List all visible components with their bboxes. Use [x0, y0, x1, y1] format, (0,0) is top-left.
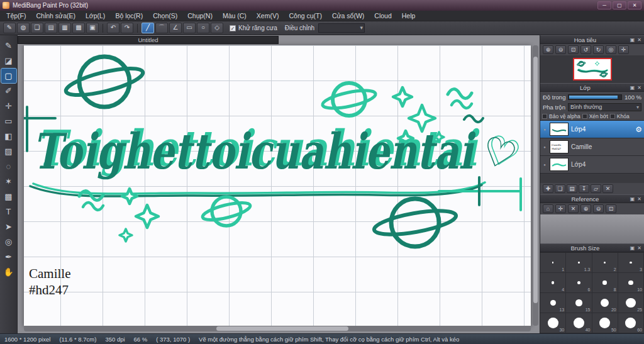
brush-size-cell[interactable]: 30 [540, 313, 566, 333]
layer-row[interactable]: ● Camille#hd247 Camille [540, 138, 644, 156]
reference-preview-area[interactable] [540, 214, 644, 243]
horizontal-scrollbar[interactable] [24, 326, 531, 331]
bucket-tool[interactable]: ◧ [1, 129, 16, 143]
dock-icon[interactable]: ▣ [630, 196, 635, 202]
brush-size-cell[interactable]: 25 [618, 293, 644, 313]
brush-size-cell[interactable]: 2 [592, 253, 618, 273]
adjust-dropdown[interactable]: ▾ [318, 23, 365, 33]
menu-file[interactable]: Tệp(F) [1, 12, 31, 19]
close-icon[interactable]: ✕ [637, 85, 641, 91]
canvas[interactable]: Toighettoicuahientai Toighettoicuahienta… [24, 45, 531, 326]
zoom-fit-button[interactable]: ⊡ [568, 45, 579, 54]
visibility-icon[interactable]: ● [542, 145, 547, 149]
move-layer-down-button[interactable]: ↧ [579, 184, 589, 193]
brush-size-cell[interactable]: 1.3 [566, 253, 592, 273]
brush-size-cell[interactable]: 6 [566, 273, 592, 293]
layer-row[interactable]: ● Lớp4 [540, 156, 644, 174]
dock-icon[interactable]: ▣ [630, 85, 635, 91]
vertical-scroll-thumb[interactable] [533, 57, 538, 303]
reference-clear-button[interactable]: ✕ [568, 204, 579, 213]
menu-layer[interactable]: Lớp(L) [80, 12, 110, 19]
horizontal-scroll-thumb[interactable] [216, 326, 348, 331]
export-button[interactable]: ◍ [17, 23, 30, 33]
pen-tool[interactable]: ✐ [1, 84, 16, 98]
rect-shape-button[interactable]: ▭ [183, 23, 196, 33]
crosshair-button[interactable]: ✛ [618, 45, 629, 54]
maximize-button[interactable]: ▢ [613, 1, 626, 9]
polygon-shape-button[interactable]: ◇ [211, 23, 223, 33]
menu-view[interactable]: Xem(V) [252, 12, 284, 19]
close-button[interactable]: ✕ [628, 1, 641, 9]
magic-wand-tool[interactable]: ✶ [1, 174, 16, 189]
merge-layer-button[interactable]: ▤ [567, 184, 577, 193]
curve-shape-button[interactable]: ⌒ [155, 23, 168, 33]
menu-tools[interactable]: Công cụ(T) [284, 12, 327, 19]
menu-edit[interactable]: Chỉnh sửa(E) [31, 12, 80, 19]
move-tool[interactable]: ✛ [1, 99, 16, 113]
reference-zoom-fit-button[interactable]: ⊡ [606, 204, 616, 213]
shape-select-tool[interactable]: ▭ [1, 114, 16, 128]
layer-folder-button[interactable]: ▱ [591, 184, 601, 193]
pointer-tool[interactable]: ➤ [1, 219, 16, 234]
clipping-checkbox[interactable] [582, 114, 587, 119]
grid-button[interactable]: ▩ [72, 23, 85, 33]
eraser-tool[interactable]: ◪ [1, 53, 16, 68]
zoom-tool[interactable]: ◎ [1, 235, 16, 249]
hand-tool[interactable]: ✋ [1, 265, 16, 279]
reset-view-button[interactable]: ◎ [606, 45, 616, 54]
brush-size-cell[interactable]: 40 [566, 313, 592, 333]
navigator-preview[interactable] [573, 58, 612, 80]
menu-color[interactable]: Màu (C) [218, 12, 252, 19]
reference-zoom-in-button[interactable]: ⊕ [580, 204, 591, 213]
undo-button[interactable]: ↶ [107, 23, 119, 33]
document-button[interactable]: ▦ [58, 23, 71, 33]
pattern-tool[interactable]: ▩ [1, 189, 16, 204]
minimize-button[interactable]: ─ [597, 1, 611, 9]
brush-size-panel-header[interactable]: Brush Size ▣ ✕ [540, 243, 644, 252]
layer-row[interactable]: ● Lớp4 ⚙ [540, 121, 644, 138]
polyline-shape-button[interactable]: ∠ [169, 23, 182, 33]
brush-size-cell[interactable]: 4 [540, 273, 566, 293]
zoom-in-button[interactable]: ⊕ [543, 45, 553, 54]
delete-layer-button[interactable]: ✕ [602, 184, 613, 193]
brush-size-cell[interactable]: 50 [592, 313, 618, 333]
brush-size-cell[interactable]: 15 [566, 293, 592, 313]
brush-size-cell[interactable]: 8 [592, 273, 618, 293]
reference-panel-header[interactable]: Reference ▣ ✕ [540, 194, 644, 203]
layers-panel-header[interactable]: Lớp ▣ ✕ [540, 83, 644, 92]
blend-dropdown[interactable]: Bình thường ▾ [568, 103, 641, 111]
brush-size-cell[interactable]: 13 [540, 293, 566, 313]
gear-icon[interactable]: ⚙ [635, 125, 642, 134]
line-shape-button[interactable]: ╱ [142, 23, 154, 33]
protect-alpha-checkbox[interactable] [542, 114, 547, 119]
ellipse-shape-button[interactable]: ○ [197, 23, 209, 33]
duplicate-layer-button[interactable]: ❏ [555, 184, 565, 193]
brush-size-cell[interactable]: 1 [540, 253, 566, 273]
menu-capture[interactable]: Chụp(N) [182, 12, 218, 19]
add-layer-button[interactable]: ✚ [543, 184, 553, 193]
vertical-scrollbar[interactable] [533, 45, 538, 326]
close-icon[interactable]: ✕ [637, 37, 641, 43]
text-tool[interactable]: T [1, 204, 16, 219]
palette-button[interactable]: ▤ [45, 23, 57, 33]
reference-pick-button[interactable]: ✛ [555, 204, 566, 213]
close-icon[interactable]: ✕ [637, 196, 641, 202]
brush-size-cell[interactable]: 10 [618, 273, 644, 293]
menu-help[interactable]: Help [397, 12, 421, 19]
visibility-icon[interactable]: ● [542, 128, 547, 131]
menu-select[interactable]: Chọn(S) [148, 12, 182, 19]
comment-button[interactable]: ❏ [31, 23, 43, 33]
select-rect-tool[interactable]: ▢ [1, 69, 16, 83]
brush-size-cell[interactable]: 60 [618, 313, 644, 333]
close-icon[interactable]: ✕ [637, 245, 641, 251]
brush-size-cell[interactable]: 3 [618, 253, 644, 273]
rotate-ccw-button[interactable]: ↺ [580, 45, 591, 54]
visibility-icon[interactable]: ● [542, 163, 547, 167]
eyedropper-tool[interactable]: ✒ [1, 250, 16, 264]
opacity-slider[interactable] [568, 94, 622, 100]
navigator-panel-header[interactable]: Hoa tiêu ▣ ✕ [540, 35, 644, 44]
material-button[interactable]: ▣ [86, 23, 99, 33]
dock-icon[interactable]: ▣ [630, 245, 635, 251]
zoom-out-button[interactable]: ⊖ [555, 45, 566, 54]
gradient-tool[interactable]: ▨ [1, 144, 16, 158]
